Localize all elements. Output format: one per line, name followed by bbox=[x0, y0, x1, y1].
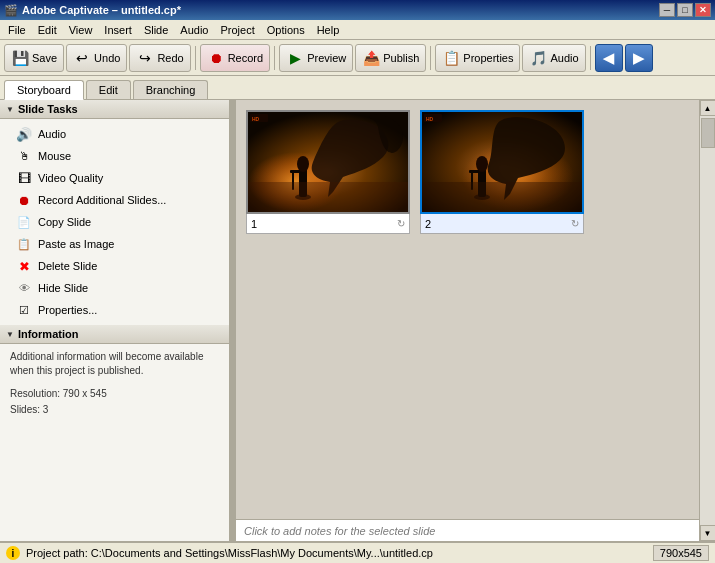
slide-number-bar-1: 1 ↻ bbox=[246, 214, 410, 234]
svg-rect-15 bbox=[469, 170, 479, 173]
slides-area: HD 1 ↻ bbox=[236, 100, 699, 541]
record-button[interactable]: ⏺ Record bbox=[200, 44, 270, 72]
task-mouse[interactable]: 🖱 Mouse bbox=[0, 145, 229, 167]
delete-slide-icon: ✖ bbox=[16, 258, 32, 274]
menu-help[interactable]: Help bbox=[311, 22, 346, 38]
slide-number-2: 2 bbox=[425, 218, 431, 230]
undo-button[interactable]: ↩ Undo bbox=[66, 44, 127, 72]
menu-insert[interactable]: Insert bbox=[98, 22, 138, 38]
publish-button[interactable]: 📤 Publish bbox=[355, 44, 426, 72]
title-bar-controls[interactable]: ─ □ ✕ bbox=[659, 3, 711, 17]
resolution-info: Resolution: 790 x 545 bbox=[10, 386, 219, 402]
paste-as-image-icon: 📋 bbox=[16, 236, 32, 252]
redo-button[interactable]: ↪ Redo bbox=[129, 44, 190, 72]
svg-text:HD: HD bbox=[252, 116, 260, 122]
slide-thumb-1: HD 1 ↻ bbox=[246, 110, 410, 234]
task-properties[interactable]: ☑ Properties... bbox=[0, 299, 229, 321]
menu-slide[interactable]: Slide bbox=[138, 22, 174, 38]
separator-1 bbox=[195, 46, 196, 70]
slide-tasks-triangle: ▼ bbox=[6, 105, 14, 114]
preview-button[interactable]: ▶ Preview bbox=[279, 44, 353, 72]
menu-view[interactable]: View bbox=[63, 22, 99, 38]
status-text: Project path: C:\Documents and Settings\… bbox=[26, 547, 647, 559]
left-panel: ▼ Slide Tasks 🔊 Audio 🖱 Mouse 🎞 Video Qu… bbox=[0, 100, 230, 541]
slide-number-bar-2: 2 ↻ bbox=[420, 214, 584, 234]
task-delete-slide[interactable]: ✖ Delete Slide bbox=[0, 255, 229, 277]
scroll-down-button[interactable]: ▼ bbox=[700, 525, 716, 541]
save-button[interactable]: 💾 Save bbox=[4, 44, 64, 72]
publish-icon: 📤 bbox=[362, 49, 380, 67]
notes-placeholder: Click to add notes for the selected slid… bbox=[244, 525, 435, 537]
slide-tasks-header[interactable]: ▼ Slide Tasks bbox=[0, 100, 229, 119]
maximize-button[interactable]: □ bbox=[677, 3, 693, 17]
hide-slide-icon: 👁 bbox=[16, 280, 32, 296]
slides-container: HD 1 ↻ bbox=[236, 100, 699, 519]
task-audio[interactable]: 🔊 Audio bbox=[0, 123, 229, 145]
separator-2 bbox=[274, 46, 275, 70]
scroll-up-button[interactable]: ▲ bbox=[700, 100, 716, 116]
scroll-thumb[interactable] bbox=[701, 118, 715, 148]
toolbar: 💾 Save ↩ Undo ↪ Redo ⏺ Record ▶ Preview … bbox=[0, 40, 715, 76]
back-nav-button[interactable]: ◀ bbox=[595, 44, 623, 72]
tab-branching[interactable]: Branching bbox=[133, 80, 209, 99]
tab-edit[interactable]: Edit bbox=[86, 80, 131, 99]
task-record-additional[interactable]: ⏺ Record Additional Slides... bbox=[0, 189, 229, 211]
close-button[interactable]: ✕ bbox=[695, 3, 711, 17]
svg-rect-17 bbox=[422, 182, 582, 212]
task-hide-slide[interactable]: 👁 Hide Slide bbox=[0, 277, 229, 299]
information-body: Additional information will become avail… bbox=[10, 350, 219, 378]
tab-bar: Storyboard Edit Branching bbox=[0, 76, 715, 100]
preview-icon: ▶ bbox=[286, 49, 304, 67]
menu-file[interactable]: File bbox=[2, 22, 32, 38]
separator-3 bbox=[430, 46, 431, 70]
resolution-badge: 790x545 bbox=[653, 545, 709, 561]
properties-task-icon: ☑ bbox=[16, 302, 32, 318]
task-video-quality[interactable]: 🎞 Video Quality bbox=[0, 167, 229, 189]
mouse-task-icon: 🖱 bbox=[16, 148, 32, 164]
main-content: ▼ Slide Tasks 🔊 Audio 🖱 Mouse 🎞 Video Qu… bbox=[0, 100, 715, 541]
task-copy-slide[interactable]: 📄 Copy Slide bbox=[0, 211, 229, 233]
information-title: Information bbox=[18, 328, 79, 340]
slide-thumb-2: HD 2 ↻ bbox=[420, 110, 584, 234]
title-bar-left: 🎬 Adobe Captivate – untitled.cp* bbox=[4, 4, 181, 17]
menu-audio[interactable]: Audio bbox=[174, 22, 214, 38]
svg-text:HD: HD bbox=[426, 116, 434, 122]
information-triangle: ▼ bbox=[6, 330, 14, 339]
notes-bar[interactable]: Click to add notes for the selected slid… bbox=[236, 519, 699, 541]
minimize-button[interactable]: ─ bbox=[659, 3, 675, 17]
audio-button[interactable]: 🎵 Audio bbox=[522, 44, 585, 72]
task-paste-as-image[interactable]: 📋 Paste as Image bbox=[0, 233, 229, 255]
information-header[interactable]: ▼ Information bbox=[0, 325, 229, 344]
slide-art-1: HD bbox=[248, 112, 408, 212]
slide-frame-2[interactable]: HD bbox=[420, 110, 584, 214]
tab-storyboard[interactable]: Storyboard bbox=[4, 80, 84, 100]
menu-bar: File Edit View Insert Slide Audio Projec… bbox=[0, 20, 715, 40]
slide-rotate-icon-2: ↻ bbox=[571, 218, 579, 229]
menu-edit[interactable]: Edit bbox=[32, 22, 63, 38]
svg-point-14 bbox=[476, 156, 488, 172]
redo-icon: ↪ bbox=[136, 49, 154, 67]
svg-rect-7 bbox=[248, 182, 408, 212]
properties-icon: 📋 bbox=[442, 49, 460, 67]
title-bar: 🎬 Adobe Captivate – untitled.cp* ─ □ ✕ bbox=[0, 0, 715, 20]
record-additional-icon: ⏺ bbox=[16, 192, 32, 208]
audio-icon: 🎵 bbox=[529, 49, 547, 67]
svg-point-4 bbox=[297, 156, 309, 172]
slide-rotate-icon-1: ↻ bbox=[397, 218, 405, 229]
copy-slide-icon: 📄 bbox=[16, 214, 32, 230]
right-scrollbar: ▲ ▼ bbox=[699, 100, 715, 541]
undo-icon: ↩ bbox=[73, 49, 91, 67]
status-bar: i Project path: C:\Documents and Setting… bbox=[0, 541, 715, 563]
menu-project[interactable]: Project bbox=[214, 22, 260, 38]
menu-options[interactable]: Options bbox=[261, 22, 311, 38]
save-icon: 💾 bbox=[11, 49, 29, 67]
properties-button[interactable]: 📋 Properties bbox=[435, 44, 520, 72]
app-icon: 🎬 bbox=[4, 4, 18, 17]
slide-frame-1[interactable]: HD bbox=[246, 110, 410, 214]
window-title: Adobe Captivate – untitled.cp* bbox=[22, 4, 181, 16]
slide-tasks-title: Slide Tasks bbox=[18, 103, 78, 115]
task-list: 🔊 Audio 🖱 Mouse 🎞 Video Quality ⏺ Record… bbox=[0, 119, 229, 325]
forward-nav-button[interactable]: ▶ bbox=[625, 44, 653, 72]
separator-4 bbox=[590, 46, 591, 70]
slide-art-2: HD bbox=[422, 112, 582, 212]
